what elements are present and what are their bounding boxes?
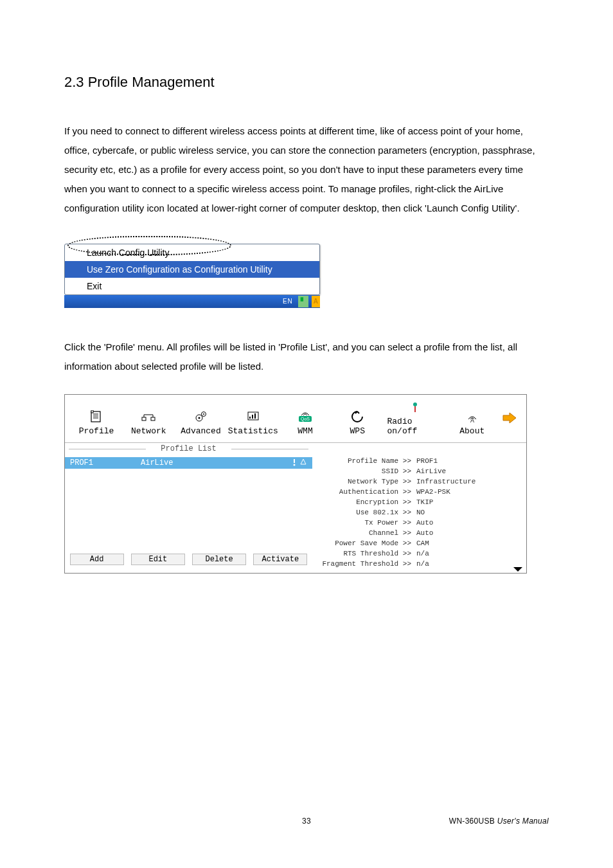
tab-profile[interactable]: Profile [74,410,119,436]
profile-list-label: Profile List [65,444,312,453]
detail-8021x-value: NO [414,507,425,518]
expand-arrow-icon[interactable] [513,567,522,572]
statistics-icon [245,410,261,424]
detail-frag-label: Fragment Threshold >> [317,559,414,569]
tab-about-label: About [459,426,484,436]
language-indicator[interactable]: EN [280,296,296,307]
detail-ssid-value: AirLive [414,466,446,476]
svg-point-21 [294,464,296,466]
activate-button[interactable]: Activate [253,554,307,565]
detail-auth-value: WPA2-PSK [414,487,450,497]
detail-channel-label: Channel >> [317,528,414,538]
detail-rts-value: n/a [414,548,429,559]
wifi-tray-icon[interactable]: A [312,296,320,307]
profile-list-panel: Profile List PROF1 AirLive Add Edit Dele… [65,443,312,573]
profile-icon [89,410,104,424]
svg-point-8 [198,417,200,419]
svg-rect-6 [151,417,155,420]
menu-item-exit[interactable]: Exit [65,278,319,294]
detail-ssid-label: SSID >> [317,466,414,476]
svg-rect-5 [142,417,146,420]
edit-button[interactable]: Edit [131,554,185,565]
taskbar: EN ▘ A [64,295,320,308]
gear-icon [193,410,209,424]
tab-wmm-label: WMM [298,426,312,436]
svg-point-10 [203,413,204,415]
detail-frag-value: n/a [414,559,429,569]
toolbar: Profile Network Advanced Statistics QoS … [65,395,526,439]
tab-wmm[interactable]: QoS WMM [283,410,328,436]
tab-radio-label: Radio on/off [387,417,443,436]
menu-item-zero-config[interactable]: Use Zero Configuration as Configuration … [65,261,319,278]
tab-advanced[interactable]: Advanced [179,410,224,436]
tab-network[interactable]: Network [126,410,171,436]
svg-point-17 [413,402,417,406]
detail-network-type-value: Infrastructure [414,476,475,487]
svg-rect-14 [254,413,256,419]
detail-txpower-value: Auto [414,518,433,528]
detail-profile-name-label: Profile Name >> [317,456,414,466]
detail-encryption-label: Encryption >> [317,497,414,507]
section-heading: 2.3 Profile Management [64,74,549,91]
config-utility-window: Profile Network Advanced Statistics QoS … [64,394,527,574]
detail-profile-name-value: PROF1 [414,456,438,466]
detail-auth-label: Authentication >> [317,487,414,497]
detail-8021x-label: Use 802.1x >> [317,507,414,518]
tab-radio[interactable]: Radio on/off [387,400,443,436]
tab-wps[interactable]: WPS [335,410,380,436]
manual-title: WN-360USB User's Manual [449,817,549,826]
qos-icon: QoS [298,410,313,424]
svg-rect-20 [294,459,295,463]
svg-text:QoS: QoS [301,417,310,422]
tab-advanced-label: Advanced [181,426,220,436]
page-footer: 33 WN-360USB User's Manual [0,817,613,826]
profile-row-ssid: AirLive [141,458,290,467]
profile-row-name: PROF1 [70,458,141,467]
detail-encryption-value: TKIP [414,497,433,507]
radio-icon [407,400,423,414]
wps-icon [350,410,365,424]
detail-txpower-label: Tx Power >> [317,518,414,528]
tab-statistics-label: Statistics [228,426,278,436]
detail-channel-value: Auto [414,528,433,538]
tab-network-label: Network [131,426,166,436]
tab-about[interactable]: A About [450,410,495,436]
svg-rect-4 [91,410,93,413]
tab-profile-label: Profile [79,426,114,436]
tab-wps-label: WPS [350,426,365,436]
detail-psm-value: CAM [414,538,429,548]
profile-list-empty-area [65,469,312,554]
delete-button[interactable]: Delete [192,554,246,565]
detail-network-type-label: Network Type >> [317,476,414,487]
tray-menu-screenshot: Launch Config Utility Use Zero Configura… [64,236,320,308]
ime-icon[interactable]: ▘ [298,296,308,307]
about-icon: A [465,410,480,424]
svg-rect-12 [249,417,251,419]
detail-rts-label: RTS Threshold >> [317,548,414,559]
paragraph-intro: If you need to connect to different wire… [64,122,549,218]
svg-rect-13 [252,415,253,419]
profile-details-panel: Profile Name >>PROF1 SSID >>AirLive Netw… [312,443,526,573]
detail-psm-label: Power Save Mode >> [317,538,414,548]
secure-icon [299,458,307,468]
paragraph-profile-menu: Click the 'Profile' menu. All profiles w… [64,338,549,376]
svg-text:A: A [470,417,474,423]
signal-icon [290,458,298,468]
highlight-ellipse [67,236,231,255]
svg-rect-18 [414,406,416,412]
tab-statistics[interactable]: Statistics [231,410,276,436]
profile-list-row[interactable]: PROF1 AirLive [65,457,312,469]
network-icon [141,410,156,424]
next-arrow-button[interactable] [502,411,517,424]
add-button[interactable]: Add [70,554,124,565]
